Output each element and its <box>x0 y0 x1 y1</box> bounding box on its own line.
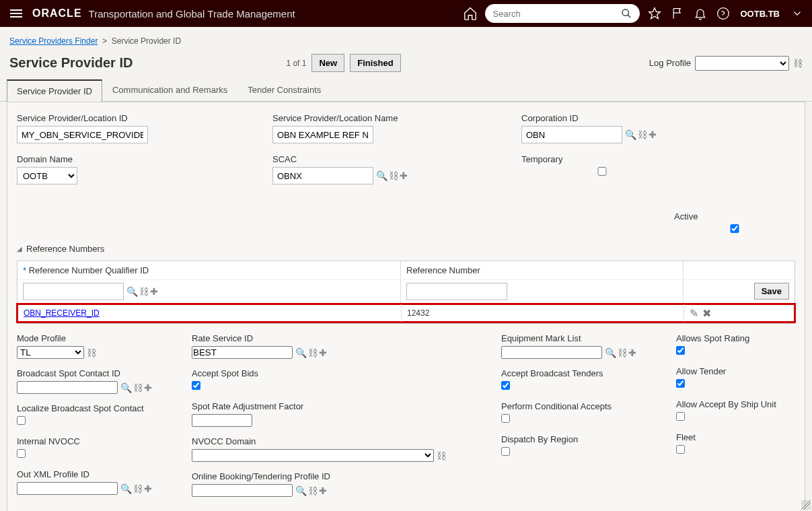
search-icon[interactable]: 🔍 <box>126 286 138 297</box>
ref-number-value: 12432 <box>402 304 684 322</box>
checkbox-allow-tender[interactable] <box>676 379 685 388</box>
link-icon[interactable]: ⛓ <box>133 483 143 494</box>
checkbox-dispatch-region[interactable] <box>501 447 510 456</box>
plus-icon[interactable]: ✚ <box>400 170 408 181</box>
search-box[interactable] <box>485 4 640 23</box>
link-icon[interactable]: ⛓ <box>638 129 647 140</box>
label-perform-cond: Perform Conditional Accepts <box>501 401 663 411</box>
label-online-booking: Online Booking/Tendering Profile ID <box>192 471 488 481</box>
label-scac: SCAC <box>272 154 494 164</box>
plus-icon[interactable]: ✚ <box>319 347 327 358</box>
app-header: ORACLE Transportation and Global Trade M… <box>0 0 812 27</box>
checkbox-internal-nvocc[interactable] <box>17 449 26 458</box>
link-icon[interactable]: ⛓ <box>308 347 318 358</box>
link-icon[interactable]: ⛓ <box>133 382 143 393</box>
checkbox-perform-cond[interactable] <box>501 414 510 423</box>
svg-point-3 <box>717 8 729 20</box>
app-title: Transportation and Global Trade Manageme… <box>89 8 295 20</box>
bell-icon[interactable] <box>692 5 708 22</box>
form-panel: Service Provider/Location ID Service Pro… <box>7 102 805 511</box>
select-nvocc-domain[interactable] <box>192 449 434 462</box>
breadcrumb-root-link[interactable]: Service Providers Finder <box>9 36 98 46</box>
checkbox-active[interactable] <box>674 224 795 233</box>
label-out-xml: Out XML Profile ID <box>17 469 178 479</box>
select-mode-profile[interactable]: TL <box>17 346 84 359</box>
search-icon[interactable] <box>621 8 632 19</box>
input-sp-location-id[interactable] <box>17 126 148 143</box>
log-profile-select[interactable] <box>695 56 789 71</box>
checkbox-temporary[interactable] <box>521 167 683 176</box>
search-input[interactable] <box>493 9 617 19</box>
input-out-xml[interactable] <box>17 482 118 495</box>
search-icon[interactable]: 🔍 <box>120 382 132 393</box>
input-spot-rate-adj[interactable] <box>192 414 252 427</box>
label-dispatch-region: Dispatch By Region <box>501 434 663 444</box>
edit-icon[interactable]: ✎ <box>690 307 698 320</box>
new-button[interactable]: New <box>311 54 344 72</box>
collapse-icon[interactable]: ◢ <box>17 245 22 252</box>
input-broadcast-contact[interactable] <box>17 381 118 394</box>
user-label[interactable]: OOTB.TB <box>738 9 783 19</box>
checkbox-localize-broadcast[interactable] <box>17 416 26 425</box>
star-icon[interactable] <box>647 5 663 22</box>
oracle-logo: ORACLE <box>32 7 82 20</box>
menu-icon[interactable] <box>7 6 26 21</box>
resize-handle[interactable] <box>801 500 811 510</box>
input-sp-location-name[interactable] <box>272 126 373 143</box>
checkbox-accept-broadcast[interactable] <box>501 381 510 390</box>
link-icon[interactable]: ⛓ <box>793 58 803 69</box>
flag-icon[interactable] <box>669 5 686 22</box>
search-icon[interactable]: 🔍 <box>295 485 307 496</box>
link-icon[interactable]: ⛓ <box>389 170 398 181</box>
ref-qual-header: Reference Number Qualifier ID <box>29 265 149 275</box>
tab-tender-constraints[interactable]: Tender Constraints <box>237 79 331 101</box>
help-icon[interactable] <box>715 5 731 22</box>
search-icon[interactable]: 🔍 <box>605 347 616 358</box>
label-mode-profile: Mode Profile <box>17 333 178 343</box>
tab-service-provider-id[interactable]: Service Provider ID <box>7 79 102 102</box>
home-icon[interactable] <box>462 5 478 22</box>
input-ref-number[interactable] <box>406 283 507 300</box>
tab-communication-remarks[interactable]: Communication and Remarks <box>102 79 237 101</box>
plus-icon[interactable]: ✚ <box>144 382 152 393</box>
checkbox-accept-spot[interactable] <box>192 381 200 390</box>
delete-icon[interactable]: ✖ <box>702 307 711 320</box>
breadcrumb: Service Providers Finder > Service Provi… <box>0 27 812 50</box>
link-icon[interactable]: ⛓ <box>308 485 318 496</box>
finished-button[interactable]: Finished <box>350 54 400 72</box>
save-button[interactable]: Save <box>754 283 789 300</box>
search-icon[interactable]: 🔍 <box>376 170 387 181</box>
search-icon[interactable]: 🔍 <box>295 347 307 358</box>
link-icon[interactable]: ⛓ <box>139 286 149 297</box>
record-counter: 1 of 1 <box>286 59 306 68</box>
search-icon[interactable]: 🔍 <box>625 129 636 140</box>
plus-icon[interactable]: ✚ <box>144 483 152 494</box>
link-icon[interactable]: ⛓ <box>437 450 446 461</box>
plus-icon[interactable]: ✚ <box>628 347 636 358</box>
link-icon[interactable]: ⛓ <box>618 347 627 358</box>
log-profile-label: Log Profile <box>649 58 691 68</box>
search-icon[interactable]: 🔍 <box>120 483 132 494</box>
input-ref-qualifier[interactable] <box>23 283 124 300</box>
label-nvocc-domain: NVOCC Domain <box>192 436 488 446</box>
input-scac[interactable] <box>272 167 373 184</box>
ref-qualifier-link[interactable]: OBN_RECEIVER_ID <box>24 308 100 318</box>
label-allows-spot: Allows Spot Rating <box>676 333 795 343</box>
input-corp-id[interactable] <box>521 126 622 143</box>
input-equipment-mark[interactable] <box>501 346 602 359</box>
input-rate-service-id[interactable] <box>192 346 293 359</box>
input-online-booking[interactable] <box>192 484 293 497</box>
checkbox-fleet[interactable] <box>676 445 685 454</box>
select-domain-name[interactable]: OOTB <box>17 167 77 184</box>
checkbox-allow-ship-unit[interactable] <box>676 412 685 421</box>
chevron-down-icon[interactable] <box>789 5 805 22</box>
checkbox-allows-spot[interactable] <box>676 346 685 355</box>
section-reference-numbers[interactable]: ◢ Reference Numbers <box>17 244 795 254</box>
reference-numbers-table: * Reference Number Qualifier ID Referenc… <box>17 261 795 324</box>
plus-icon[interactable]: ✚ <box>649 129 657 140</box>
plus-icon[interactable]: ✚ <box>319 485 327 496</box>
page-head: Service Provider ID 1 of 1 New Finished … <box>0 50 812 79</box>
label-spot-rate-adj: Spot Rate Adjustment Factor <box>192 401 488 411</box>
link-icon[interactable]: ⛓ <box>87 347 96 358</box>
plus-icon[interactable]: ✚ <box>150 286 158 297</box>
